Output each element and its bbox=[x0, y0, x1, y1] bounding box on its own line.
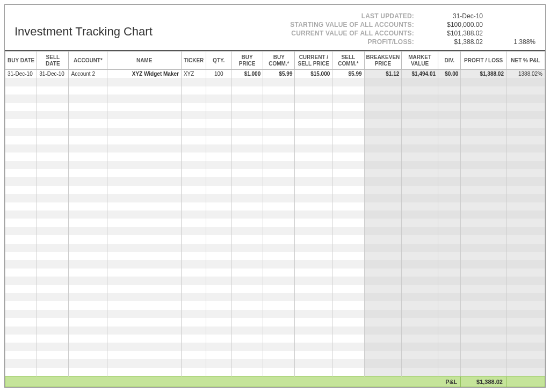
cell-net-pct bbox=[506, 326, 545, 335]
table-row bbox=[5, 227, 545, 235]
cell-buy-date bbox=[5, 153, 37, 161]
cell-qty bbox=[206, 103, 231, 111]
cell-ticker bbox=[181, 194, 206, 202]
col-div[interactable]: DIV. bbox=[438, 52, 461, 70]
cell-ticker bbox=[181, 335, 206, 343]
cell-sell-comm bbox=[332, 335, 364, 343]
cell-sell-date bbox=[37, 268, 69, 277]
col-buy-price[interactable]: BUY PRICE bbox=[231, 52, 263, 70]
cell-buy-date bbox=[5, 359, 37, 367]
cell-sell-price bbox=[295, 194, 332, 202]
cell-breakeven bbox=[364, 194, 402, 202]
cell-buy-price bbox=[231, 310, 263, 318]
col-sell-comm[interactable]: SELL COMM.* bbox=[332, 52, 364, 70]
cell-sell-price bbox=[295, 136, 332, 144]
col-name[interactable]: NAME bbox=[107, 52, 182, 70]
cell-buy-comm bbox=[263, 210, 295, 219]
cell-qty[interactable]: 100 bbox=[206, 70, 231, 78]
table-row bbox=[5, 285, 545, 293]
cell-net-pct bbox=[506, 227, 545, 235]
cell-market-value bbox=[402, 103, 438, 111]
cell-sell-date bbox=[37, 119, 69, 127]
cell-qty bbox=[206, 368, 231, 376]
cell-sell-comm bbox=[332, 318, 364, 326]
cell-net-pct[interactable]: 1388.02% bbox=[506, 70, 545, 78]
cell-sell-date bbox=[37, 144, 69, 153]
cell-ticker[interactable]: XYZ bbox=[181, 70, 206, 78]
totals-row: P&L $1,388.02 bbox=[5, 376, 545, 387]
cell-div bbox=[438, 318, 461, 326]
col-sell-date[interactable]: SELL DATE bbox=[37, 52, 69, 70]
cell-net-pct bbox=[506, 95, 545, 103]
cell-buy-comm bbox=[263, 202, 295, 210]
col-account[interactable]: ACCOUNT* bbox=[69, 52, 107, 70]
cell-buy-price[interactable]: $1.000 bbox=[231, 70, 263, 78]
col-profit-loss[interactable]: PROFIT / LOSS bbox=[461, 52, 506, 70]
cell-div bbox=[438, 153, 461, 161]
cell-buy-price bbox=[231, 335, 263, 343]
cell-buy-price bbox=[231, 210, 263, 219]
cell-buy-comm[interactable]: $5.99 bbox=[263, 70, 295, 78]
cell-net-pct bbox=[506, 368, 545, 376]
cell-profit-loss bbox=[461, 343, 506, 351]
cell-market-value[interactable]: $1,494.01 bbox=[402, 70, 438, 78]
cell-sell-date bbox=[37, 335, 69, 343]
cell-sell-price bbox=[295, 235, 332, 243]
cell-div[interactable]: $0.00 bbox=[438, 70, 461, 78]
col-market-value[interactable]: MARKET VALUE bbox=[402, 52, 438, 70]
cell-sell-date bbox=[37, 359, 69, 367]
cell-account bbox=[69, 161, 107, 169]
cell-sell-comm[interactable]: $5.99 bbox=[332, 70, 364, 78]
cell-buy-price bbox=[231, 161, 263, 169]
col-ticker[interactable]: TICKER bbox=[181, 52, 206, 70]
cell-buy-price bbox=[231, 136, 263, 144]
cell-ticker bbox=[181, 227, 206, 235]
cell-sell-comm bbox=[332, 359, 364, 367]
cell-ticker bbox=[181, 310, 206, 318]
table-row bbox=[5, 128, 545, 136]
cell-sell-comm bbox=[332, 177, 364, 185]
cell-breakeven[interactable]: $1.12 bbox=[364, 70, 402, 78]
cell-net-pct bbox=[506, 136, 545, 144]
cell-name bbox=[107, 202, 182, 210]
cell-qty bbox=[206, 128, 231, 136]
cell-buy-price bbox=[231, 169, 263, 177]
cell-breakeven bbox=[364, 128, 402, 136]
cell-net-pct bbox=[506, 78, 545, 86]
cell-profit-loss bbox=[461, 368, 506, 376]
cell-sell-comm bbox=[332, 153, 364, 161]
cell-buy-date bbox=[5, 343, 37, 351]
cell-profit-loss[interactable]: $1,388.02 bbox=[461, 70, 506, 78]
cell-buy-price bbox=[231, 128, 263, 136]
cell-account[interactable]: Account 2 bbox=[69, 70, 107, 78]
cell-qty bbox=[206, 235, 231, 243]
cell-ticker bbox=[181, 285, 206, 293]
cell-qty bbox=[206, 194, 231, 202]
cell-net-pct bbox=[506, 318, 545, 326]
cell-sell-date[interactable]: 31-Dec-10 bbox=[37, 70, 69, 78]
cell-sell-comm bbox=[332, 111, 364, 119]
table-row[interactable]: 31-Dec-1031-Dec-10Account 2XYZ Widget Ma… bbox=[5, 70, 545, 78]
cell-buy-price bbox=[231, 111, 263, 119]
cell-name[interactable]: XYZ Widget Maker bbox=[107, 70, 182, 78]
cell-sell-price[interactable]: $15.000 bbox=[295, 70, 332, 78]
cell-breakeven bbox=[364, 153, 402, 161]
cell-sell-price bbox=[295, 144, 332, 153]
col-sell-price[interactable]: CURRENT / SELL PRICE bbox=[295, 52, 332, 70]
col-breakeven[interactable]: BREAKEVEN PRICE bbox=[364, 52, 402, 70]
col-net-pct[interactable]: NET % P&L bbox=[506, 52, 545, 70]
cell-buy-date[interactable]: 31-Dec-10 bbox=[5, 70, 37, 78]
cell-ticker bbox=[181, 268, 206, 277]
cell-buy-price bbox=[231, 86, 263, 95]
cell-breakeven bbox=[364, 252, 402, 260]
col-buy-comm[interactable]: BUY COMM.* bbox=[263, 52, 295, 70]
cell-qty bbox=[206, 177, 231, 185]
col-buy-date[interactable]: BUY DATE bbox=[5, 52, 37, 70]
cell-profit-loss bbox=[461, 119, 506, 127]
cell-market-value bbox=[402, 277, 438, 285]
col-qty[interactable]: QTY. bbox=[206, 52, 231, 70]
cell-buy-comm bbox=[263, 293, 295, 301]
cell-name bbox=[107, 310, 182, 318]
cell-net-pct bbox=[506, 268, 545, 277]
cell-buy-date bbox=[5, 368, 37, 376]
